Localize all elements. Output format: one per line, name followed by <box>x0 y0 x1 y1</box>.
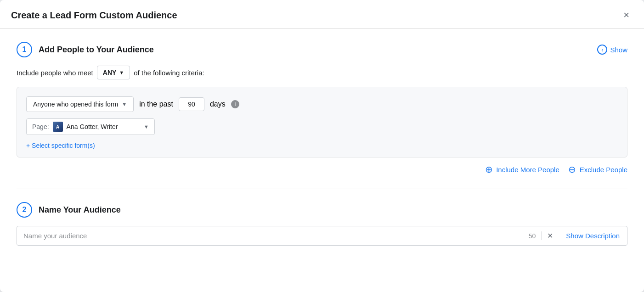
page-avatar: A <box>53 122 63 132</box>
step2-circle: 2 <box>17 202 32 218</box>
modal-body: 1 Add People to Your Audience ‹ Show Inc… <box>0 29 644 273</box>
modal-title: Create a Lead Form Custom Audience <box>11 10 177 21</box>
step1-circle: 1 <box>17 42 32 57</box>
exclude-people-button[interactable]: ⊖ Exclude People <box>568 165 627 174</box>
section-name-audience: 2 Name Your Audience 50 ✕ Show Descripti… <box>17 202 627 246</box>
modal-header: Create a Lead Form Custom Audience × <box>0 0 644 29</box>
select-form-link[interactable]: + Select specific form(s) <box>26 142 95 149</box>
days-input[interactable] <box>179 97 204 111</box>
include-more-icon: ⊕ <box>484 165 493 174</box>
exclude-icon: ⊖ <box>568 165 577 174</box>
section-divider <box>17 189 627 189</box>
modal: Create a Lead Form Custom Audience × 1 A… <box>0 0 644 292</box>
section1-title-group: 1 Add People to Your Audience <box>17 42 154 57</box>
section-add-people: 1 Add People to Your Audience ‹ Show Inc… <box>17 42 627 174</box>
close-button[interactable]: × <box>620 8 633 22</box>
any-dropdown-arrow: ▼ <box>119 70 124 75</box>
criteria-row: Include people who meet ANY ▼ of the fol… <box>17 66 627 79</box>
audience-name-input[interactable] <box>17 226 523 245</box>
action-row: ⊕ Include More People ⊖ Exclude People <box>17 165 627 174</box>
section2-header: 2 Name Your Audience <box>17 202 627 218</box>
section1-title: Add People to Your Audience <box>39 45 154 55</box>
char-count: 50 <box>523 232 542 240</box>
show-button[interactable]: ‹ Show <box>597 45 627 55</box>
criteria-inner-row-2: Page: A Ana Gotter, Writer ▼ <box>26 118 618 135</box>
include-more-button[interactable]: ⊕ Include More People <box>484 165 559 174</box>
page-dropdown[interactable]: Page: A Ana Gotter, Writer ▼ <box>26 118 155 135</box>
info-icon: i <box>231 100 239 108</box>
clear-input-button[interactable]: ✕ <box>541 231 559 240</box>
criteria-inner-row-1: Anyone who opened this form ▼ in the pas… <box>26 96 618 112</box>
section2-title: Name Your Audience <box>39 205 121 215</box>
page-dropdown-arrow: ▼ <box>144 124 149 129</box>
circle-arrow-icon: ‹ <box>597 45 607 55</box>
show-description-button[interactable]: Show Description <box>559 232 627 240</box>
any-dropdown[interactable]: ANY ▼ <box>97 66 130 79</box>
criteria-box: Anyone who opened this form ▼ in the pas… <box>17 87 627 157</box>
form-dropdown-arrow: ▼ <box>122 101 127 107</box>
audience-name-row: 50 ✕ Show Description <box>17 226 627 246</box>
section2-title-group: 2 Name Your Audience <box>17 202 121 218</box>
section1-header: 1 Add People to Your Audience ‹ Show <box>17 42 627 57</box>
form-type-dropdown[interactable]: Anyone who opened this form ▼ <box>26 96 134 112</box>
